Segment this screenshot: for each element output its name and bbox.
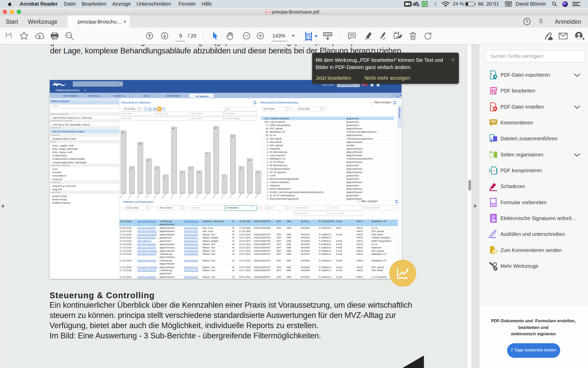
svg-text:A: A — [493, 169, 495, 172]
svg-text:?: ? — [526, 19, 528, 24]
svg-text:principa: principa — [53, 81, 57, 83]
svg-text:PDF: PDF — [266, 11, 270, 13]
svg-text:A: A — [491, 73, 493, 76]
svg-text:A: A — [491, 105, 493, 108]
